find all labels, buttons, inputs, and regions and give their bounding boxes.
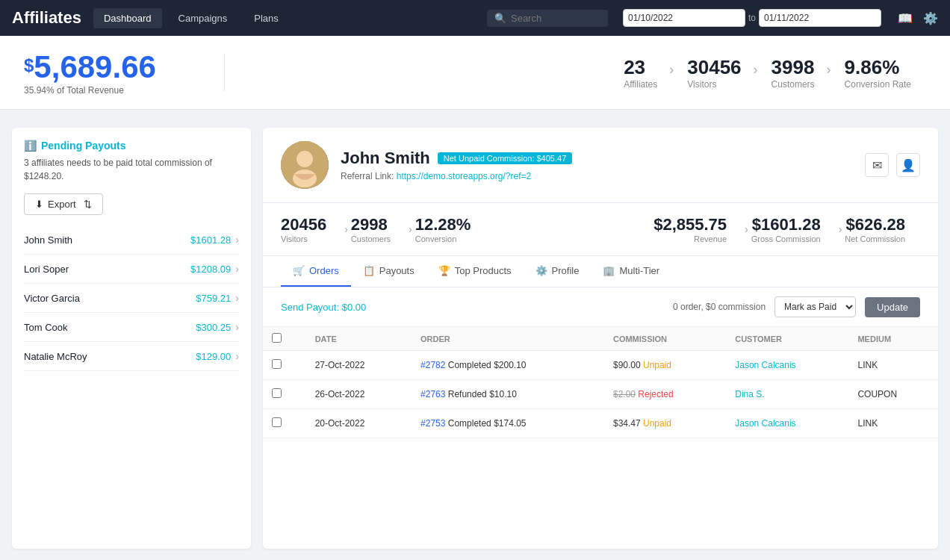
row-checkbox bbox=[263, 351, 306, 380]
revenue-sub: 35.94% of Total Revenue bbox=[24, 85, 203, 96]
tab-orders[interactable]: 🛒 Orders bbox=[281, 256, 351, 287]
commission-amount: $90.00 bbox=[613, 360, 641, 370]
main-stat-revenue: $5,689.66 35.94% of Total Revenue bbox=[24, 49, 203, 96]
aff-stat-customers: 2998 Customers bbox=[351, 215, 406, 243]
orders-summary: 0 order, $0 commission bbox=[673, 302, 766, 312]
order-link[interactable]: #2763 bbox=[420, 389, 445, 399]
row-checkbox bbox=[263, 380, 306, 409]
tab-top-products[interactable]: 🏆 Top Products bbox=[426, 256, 524, 287]
row-select-checkbox[interactable] bbox=[272, 388, 282, 398]
search-box: 🔍 bbox=[487, 10, 608, 27]
customer-cell: Jason Calcanis bbox=[726, 409, 848, 438]
chevron-right-icon: › bbox=[235, 234, 239, 246]
affiliate-row[interactable]: Tom Cook $300.25 › bbox=[24, 313, 239, 342]
row-checkbox bbox=[263, 409, 306, 438]
medium-cell: LINK bbox=[848, 351, 938, 380]
order-cell: #2753 Completed $174.05 bbox=[412, 409, 604, 438]
row-select-checkbox[interactable] bbox=[272, 417, 282, 427]
payouts-icon: 📋 bbox=[363, 265, 375, 276]
commission-cell: $2.00 Rejected bbox=[604, 380, 726, 409]
table-row: 20-Oct-2022 #2753 Completed $174.05 $34.… bbox=[263, 409, 938, 438]
referral-url-link[interactable]: https://demo.storeapps.org/?ref=2 bbox=[397, 171, 531, 181]
search-icon: 🔍 bbox=[494, 13, 506, 24]
chevron-right-icon: › bbox=[235, 321, 239, 333]
aff-stat-visitors: 20456 Visitors bbox=[281, 215, 341, 243]
tab-payouts[interactable]: 📋 Payouts bbox=[351, 256, 426, 287]
profile-name-row: John Smith Net Unpaid Commission: $405.4… bbox=[341, 149, 853, 168]
stat-affiliates: 23 Affiliates bbox=[609, 56, 672, 90]
main-panel: John Smith Net Unpaid Commission: $405.4… bbox=[263, 128, 938, 549]
profile-actions: ✉ 👤 bbox=[865, 153, 920, 177]
affiliate-stats-row: 20456 Visitors › 2998 Customers › 12.28%… bbox=[263, 203, 938, 256]
aff-stat-conversion: 12.28% Conversion bbox=[415, 215, 486, 243]
settings-icon[interactable]: ⚙️ bbox=[923, 11, 938, 25]
date-from-input[interactable] bbox=[623, 9, 745, 27]
orders-table: DATE ORDER COMMISSION CUSTOMER MEDIUM 27… bbox=[263, 327, 938, 438]
update-button[interactable]: Update bbox=[865, 297, 920, 317]
user-settings-button[interactable]: 👤 bbox=[896, 153, 920, 177]
affiliate-row[interactable]: John Smith $1601.28 › bbox=[24, 225, 239, 255]
brand-logo: Affiliates bbox=[12, 8, 81, 28]
col-order: ORDER bbox=[412, 327, 604, 351]
nav-icons: 📖 ⚙️ bbox=[898, 11, 938, 25]
avatar bbox=[281, 141, 329, 189]
row-select-checkbox[interactable] bbox=[272, 359, 282, 369]
nav-plans[interactable]: Plans bbox=[243, 8, 289, 28]
date-to-input[interactable] bbox=[759, 9, 881, 27]
export-button[interactable]: ⬇ Export ⇅ bbox=[24, 193, 103, 215]
order-link[interactable]: #2753 bbox=[420, 418, 445, 429]
order-status: Completed bbox=[448, 360, 491, 370]
multi-tier-icon: 🏢 bbox=[603, 265, 615, 276]
commission-amount-strikethrough: $2.00 bbox=[613, 389, 636, 399]
stats-bar: $5,689.66 35.94% of Total Revenue 23 Aff… bbox=[0, 36, 950, 110]
profile-header: John Smith Net Unpaid Commission: $405.4… bbox=[263, 128, 938, 203]
stat-conversion: 9.86% Conversion Rate bbox=[830, 56, 926, 90]
sidebar-description: 3 affiliates needs to be paid total comm… bbox=[24, 156, 239, 183]
medium-cell: LINK bbox=[848, 409, 938, 438]
affiliate-row[interactable]: Victor Garcia $759.21 › bbox=[24, 284, 239, 313]
stat-customers: 3998 Customers bbox=[757, 56, 830, 90]
search-input[interactable] bbox=[511, 13, 600, 24]
send-payout-link[interactable]: Send Payout: $0.00 bbox=[281, 302, 366, 313]
order-value: $174.05 bbox=[494, 418, 526, 429]
book-icon[interactable]: 📖 bbox=[898, 11, 913, 25]
profile-info: John Smith Net Unpaid Commission: $405.4… bbox=[341, 149, 853, 181]
commission-amount: $34.47 bbox=[613, 418, 641, 429]
col-commission: COMMISSION bbox=[604, 327, 726, 351]
nav-campaigns[interactable]: Campaigns bbox=[168, 8, 238, 28]
tab-multi-tier[interactable]: 🏢 Multi-Tier bbox=[591, 256, 671, 287]
order-value: $200.10 bbox=[494, 360, 526, 370]
chevron-right-icon: › bbox=[235, 350, 239, 362]
mark-paid-select[interactable]: Mark as Paid bbox=[774, 296, 856, 317]
customer-link[interactable]: Dina S. bbox=[735, 389, 764, 399]
table-row: 26-Oct-2022 #2763 Refunded $10.10 $2.00 … bbox=[263, 380, 938, 409]
col-customer: CUSTOMER bbox=[726, 327, 848, 351]
aff-chevron-icon: › bbox=[745, 223, 748, 235]
customer-link[interactable]: Jason Calcanis bbox=[735, 360, 795, 370]
svg-point-1 bbox=[297, 151, 313, 167]
aff-chevron-icon: › bbox=[839, 223, 842, 235]
orders-controls: Send Payout: $0.00 0 order, $0 commissio… bbox=[263, 287, 938, 327]
medium-cell: COUPON bbox=[848, 380, 938, 409]
tab-profile[interactable]: ⚙️ Profile bbox=[524, 256, 592, 287]
date-range: to bbox=[623, 9, 881, 27]
order-cell: #2782 Completed $200.10 bbox=[412, 351, 604, 380]
orders-icon: 🛒 bbox=[293, 265, 305, 276]
sidebar: ℹ️ Pending Payouts 3 affiliates needs to… bbox=[12, 128, 251, 549]
revenue-decimal: .75 bbox=[704, 215, 727, 234]
select-all-checkbox[interactable] bbox=[272, 333, 282, 343]
affiliate-row[interactable]: Lori Soper $1208.09 › bbox=[24, 255, 239, 284]
aff-chevron-icon: › bbox=[409, 223, 412, 235]
customer-link[interactable]: Jason Calcanis bbox=[735, 418, 795, 429]
affiliate-row[interactable]: Natalie McRoy $129.00 › bbox=[24, 342, 239, 371]
affiliate-list: John Smith $1601.28 › Lori Soper $1208.0… bbox=[24, 225, 239, 371]
commission-cell: $90.00 Unpaid bbox=[604, 351, 726, 380]
export-chevron-icon: ⇅ bbox=[84, 199, 92, 210]
export-icon: ⬇ bbox=[35, 199, 43, 210]
stat-visitors: 30456 Visitors bbox=[672, 56, 756, 90]
order-link[interactable]: #2782 bbox=[420, 360, 445, 370]
revenue-symbol: $ bbox=[653, 215, 662, 234]
email-button[interactable]: ✉ bbox=[865, 153, 889, 177]
nav-dashboard[interactable]: Dashboard bbox=[93, 8, 162, 28]
date-range-separator: to bbox=[748, 13, 756, 23]
